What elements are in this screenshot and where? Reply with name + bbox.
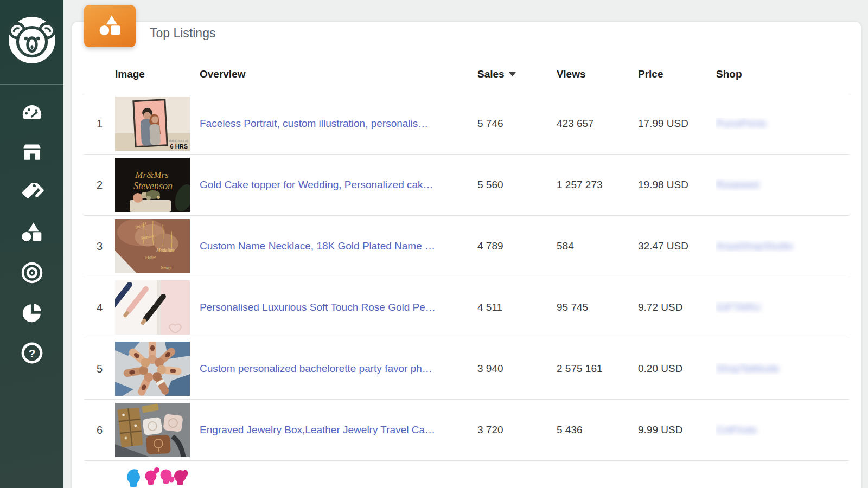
shop-link-blurred[interactable]: CnlFinds [716, 424, 757, 435]
sort-desc-arrow-icon [509, 72, 516, 76]
listing-title-link[interactable]: Custom Name Necklace, 18K Gold Plated Na… [200, 240, 435, 252]
views-value: 5 436 [557, 424, 638, 436]
views-value: 423 657 [557, 118, 638, 130]
listing-title-link[interactable]: Engraved Jewelry Box,Leather Jewelry Tra… [200, 424, 435, 435]
sales-value: 4 511 [477, 301, 557, 313]
sidebar: ? [0, 0, 63, 488]
svg-text:MADE JUST IN: MADE JUST IN [169, 139, 188, 143]
listing-thumbnail-name-necklace[interactable]: Daniel Samara Madeline Eloise Sonny [115, 219, 190, 273]
shop-link-blurred[interactable]: PunoPrints [716, 118, 767, 129]
listing-title-link[interactable]: Personalised Luxurious Soft Touch Rose G… [200, 301, 436, 313]
column-header-views[interactable]: Views [557, 68, 638, 80]
listing-thumbnail-jewelry-boxes[interactable] [115, 403, 190, 457]
column-header-price[interactable]: Price [638, 68, 716, 80]
pie-chart-icon [20, 301, 44, 325]
views-value: 584 [557, 240, 638, 252]
price-value: 0.20 USD [638, 363, 716, 375]
shop-link-blurred[interactable]: GIFTARU [716, 301, 761, 313]
sidebar-nav: ? [0, 85, 63, 364]
column-header-sales[interactable]: Sales [477, 68, 557, 80]
page-title: Top Listings [150, 26, 215, 41]
listing-thumbnail-faceless-portrait[interactable]: MADE JUST IN 6 HRS [115, 97, 190, 151]
price-value: 9.72 USD [638, 301, 716, 313]
rank: 2 [84, 179, 115, 191]
price-value: 17.99 USD [638, 118, 716, 130]
svg-text:Stevenson: Stevenson [133, 181, 173, 191]
price-value: 19.98 USD [638, 179, 716, 191]
shop-link-blurred[interactable]: ShopTattitude [716, 363, 779, 374]
svg-text:6 HRS: 6 HRS [170, 143, 188, 150]
speedometer-icon [20, 100, 44, 124]
sales-value: 5 746 [477, 118, 557, 130]
price-value: 32.47 USD [638, 240, 716, 252]
table-row: 5 [84, 338, 849, 400]
app-viewport: ? Top Listings Image Overview Sales View… [0, 0, 868, 488]
table-header-row: Image Overview Sales Views Price Shop [84, 55, 849, 93]
rank: 3 [84, 240, 115, 253]
table-row: 6 [84, 400, 849, 461]
sidebar-item-targets[interactable] [19, 261, 44, 284]
listing-thumbnail-cake-topper[interactable]: Mr&Mrs Stevenson [115, 158, 190, 212]
listing-title-link[interactable]: Faceless Portrait, custom illustration, … [200, 118, 428, 129]
sidebar-item-listings[interactable] [19, 181, 44, 204]
column-header-overview[interactable]: Overview [200, 68, 477, 80]
rank: 5 [84, 363, 115, 375]
target-icon [20, 261, 44, 285]
koala-logo-icon[interactable] [8, 16, 56, 65]
column-header-image[interactable]: Image [115, 68, 200, 80]
rank: 1 [84, 118, 115, 130]
svg-text:Madeline: Madeline [156, 247, 175, 253]
price-value: 9.99 USD [638, 424, 716, 436]
table-row: 4 [84, 277, 849, 338]
svg-text:Mr&Mrs: Mr&Mrs [135, 170, 169, 180]
listing-title-link[interactable]: Gold Cake topper for Wedding, Personaliz… [200, 179, 433, 190]
rank: 6 [84, 424, 115, 436]
shop-link-blurred[interactable]: AnyaShopStudio [716, 240, 793, 252]
listing-thumbnail-bachelorette-tattoos[interactable] [115, 342, 190, 396]
sales-value: 3 720 [477, 424, 557, 436]
sales-value: 4 789 [477, 240, 557, 252]
listing-thumbnail-rose-gold-pens[interactable] [115, 280, 190, 335]
views-value: 2 575 161 [557, 363, 638, 375]
price-tags-icon [20, 181, 44, 204]
listing-title-link[interactable]: Custom personalized bachelorette party f… [200, 363, 432, 374]
listing-thumbnail-head-silhouettes[interactable] [115, 464, 190, 488]
sidebar-item-help[interactable]: ? [19, 341, 44, 364]
rank: 4 [84, 301, 115, 314]
svg-text:?: ? [28, 346, 35, 359]
views-value: 1 257 273 [557, 179, 638, 191]
sidebar-item-categories[interactable] [19, 221, 44, 244]
top-listings-table: Image Overview Sales Views Price Shop 1 [84, 55, 849, 488]
views-value: 95 745 [557, 301, 638, 313]
table-row: 1 MADE JUST IN 6 HRS [84, 93, 849, 155]
sales-value: 5 560 [477, 179, 557, 191]
categories-shapes-icon [20, 221, 44, 245]
table-row: 2 Mr&Mrs Stevenson Gold Cake topper for … [84, 155, 849, 216]
logo-section [0, 0, 63, 85]
sidebar-item-dashboard[interactable] [19, 100, 44, 124]
sidebar-item-shop[interactable] [19, 140, 44, 164]
table-row: 3 Daniel Samara Madeline Eloise Sonny Cu… [84, 216, 849, 277]
help-icon: ? [20, 341, 44, 365]
table-row [84, 461, 849, 488]
page-icon-tile [84, 5, 136, 47]
shop-link-blurred[interactable]: Rosewed [716, 179, 759, 190]
storefront-icon [20, 140, 44, 164]
sales-value: 3 940 [477, 363, 557, 375]
sidebar-item-stats[interactable] [19, 301, 44, 324]
svg-text:Sonny: Sonny [161, 265, 171, 270]
categories-shapes-icon [98, 14, 123, 38]
column-header-shop[interactable]: Shop [716, 68, 849, 80]
